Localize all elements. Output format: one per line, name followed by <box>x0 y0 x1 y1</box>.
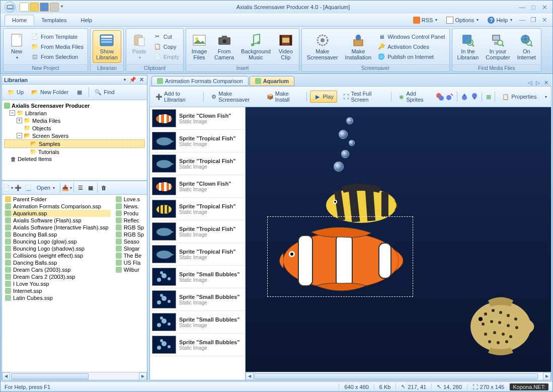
show-librarian-button[interactable]: Show Librarian <box>93 30 121 63</box>
scroll-left-icon[interactable]: ◀ <box>246 372 254 380</box>
sprite-tool1-icon[interactable] <box>436 93 444 101</box>
tab-close-button[interactable]: ✕ <box>542 79 549 86</box>
options-button[interactable]: Options <box>443 16 482 25</box>
tab-aquarium[interactable]: Aquarium <box>250 76 294 86</box>
doc-make-screensaver-button[interactable]: ⚙Make Screensaver <box>207 89 261 105</box>
video-clip-button[interactable]: Video Clip <box>275 30 297 63</box>
from-camera-button[interactable]: From Camera <box>211 30 237 63</box>
sprite-item[interactable]: Sprite "Small Bubbles"Static Image <box>150 288 245 311</box>
sprite-up-icon[interactable] <box>460 93 468 101</box>
scroll-left-icon[interactable]: ◀ <box>2 372 10 380</box>
file-item[interactable]: Collisions (weight effect).ssp <box>4 252 111 259</box>
sprite-item[interactable]: Sprite "Small Bubbles"Static Image <box>150 311 245 334</box>
files-open-button[interactable]: Open <box>34 183 58 192</box>
file-item[interactable]: Axialis Software (Interactive Flash).ssp <box>4 224 111 231</box>
files-delete-button[interactable]: 🗑 <box>100 183 109 192</box>
qat-print-icon[interactable] <box>50 3 59 12</box>
tab-next-button[interactable]: ▷ <box>534 79 541 86</box>
files-doc-button[interactable]: 📃 <box>24 183 33 192</box>
minimize-button[interactable]: — <box>518 4 526 11</box>
from-media-button[interactable]: 📁From Media Files <box>29 42 86 52</box>
empty-button[interactable]: 📄Empty <box>151 52 181 62</box>
files-list[interactable]: Parent FolderAnimation Formats Compariso… <box>2 195 147 372</box>
sprite-item[interactable]: Sprite "Tropical Fish"Static Image <box>150 243 245 266</box>
clown-fish-sprite[interactable] <box>271 218 412 298</box>
tree-librarian[interactable]: −📁Librarian <box>4 109 145 117</box>
sprite-item[interactable]: Sprite "Clown Fish"Static Image <box>150 175 245 198</box>
image-files-button[interactable]: Image Files <box>188 30 210 63</box>
mdi-restore-button[interactable]: ❐ <box>529 17 537 24</box>
collapse-icon[interactable]: − <box>10 110 15 116</box>
file-item[interactable]: I Love You.ssp <box>4 280 111 287</box>
sprite-list[interactable]: Sprite "Clown Fish"Static ImageSprite "T… <box>150 107 246 380</box>
file-item[interactable]: News. <box>115 203 145 210</box>
file-item[interactable]: The Be <box>115 252 145 259</box>
publish-button[interactable]: 🌐Publish on Internet <box>375 52 447 62</box>
find-computer-button[interactable]: In your Computer <box>483 30 513 63</box>
properties-button[interactable]: 📋Properties <box>498 91 540 103</box>
maximize-button[interactable]: □ <box>529 4 537 11</box>
activation-codes-button[interactable]: 🔑Activation Codes <box>375 42 447 52</box>
canvas[interactable] <box>246 107 551 372</box>
file-item[interactable]: Bouncing Logo (shadow).ssp <box>4 245 111 252</box>
close-button[interactable]: ✕ <box>540 4 548 11</box>
sprite-down-icon[interactable] <box>470 93 479 101</box>
sprite-item[interactable]: Sprite "Tropical Fish"Static Image <box>150 130 245 152</box>
file-item[interactable]: Parent Folder <box>4 196 111 203</box>
doc-more-button[interactable] <box>542 93 549 101</box>
file-item[interactable]: Internet.ssp <box>4 287 111 294</box>
new-button[interactable]: New <box>6 30 28 63</box>
doc-make-install-button[interactable]: 📦Make Install <box>263 89 303 105</box>
cut-button[interactable]: ✂Cut <box>151 32 181 42</box>
tab-help[interactable]: Help <box>73 15 99 25</box>
qat-new-icon[interactable] <box>20 3 29 12</box>
paste-button[interactable]: Paste <box>128 30 150 63</box>
librarian-tree[interactable]: Axialis Screensaver Producer −📁Librarian… <box>2 100 147 181</box>
file-item[interactable]: Produ <box>115 210 145 217</box>
file-item[interactable]: Animation Formats Comparison.ssp <box>4 203 111 210</box>
file-item[interactable]: Dream Cars 2 (2003).ssp <box>4 273 111 280</box>
rss-button[interactable]: RSS <box>410 16 441 25</box>
tab-animation-formats[interactable]: Animation Formats Comparison <box>151 76 249 86</box>
tab-templates[interactable]: Templates <box>34 15 73 25</box>
file-item[interactable]: US Fla <box>115 259 145 266</box>
sprite-item[interactable]: Sprite "Tropical Fish"Static Image <box>150 198 245 220</box>
make-installation-button[interactable]: Make Installation <box>342 30 375 63</box>
find-librarian-button[interactable]: In the Librarian <box>454 30 482 63</box>
file-item[interactable]: Axialis Software (Flash).ssp <box>4 217 111 224</box>
scroll-right-icon[interactable]: ▶ <box>139 372 147 380</box>
file-item[interactable]: Dancing Balls.ssp <box>4 259 111 266</box>
sprite-list-icon[interactable]: ▦ <box>485 93 492 101</box>
qat-open-icon[interactable] <box>30 3 39 12</box>
control-panel-button[interactable]: 🖥Windows Control Panel <box>375 32 447 42</box>
files-grid-button[interactable]: ▦ <box>86 183 95 192</box>
background-music-button[interactable]: Background Music <box>238 30 274 63</box>
tree-screensavers[interactable]: −📂Screen Savers <box>4 132 145 139</box>
files-add-button[interactable]: ➕ <box>14 183 23 192</box>
tab-home[interactable]: Home <box>5 15 34 25</box>
make-screensaver-button[interactable]: Make Screensaver <box>304 30 341 63</box>
file-item[interactable]: Dream Cars (2003).ssp <box>4 266 111 273</box>
scroll-right-icon[interactable]: ▶ <box>543 372 551 380</box>
tree-objects[interactable]: 📁Objects <box>4 124 145 132</box>
qat-dropdown-icon[interactable] <box>60 3 63 12</box>
new-folder-button[interactable]: 📂New Folder <box>28 87 71 98</box>
tree-media[interactable]: +📁Media Files <box>4 117 145 124</box>
sprite-item[interactable]: Sprite "Small Bubbles"Static Image <box>150 334 245 356</box>
help-button[interactable]: ? Help <box>485 16 515 25</box>
from-selection-button[interactable]: ◫From Selection <box>29 52 86 62</box>
expand-icon[interactable]: + <box>17 118 22 123</box>
files-new-button[interactable]: 📄 <box>4 183 13 192</box>
from-template-button[interactable]: 📄From Template <box>29 32 86 42</box>
mdi-close-button[interactable]: ✕ <box>540 17 548 24</box>
librarian-close-button[interactable]: ✕ <box>138 76 145 84</box>
files-hscroll[interactable]: ◀ ▶ <box>2 372 147 380</box>
tree-deleted[interactable]: 🗑Deleted Items <box>4 155 145 163</box>
copy-button[interactable]: 📋Copy <box>151 42 181 52</box>
file-item[interactable]: Bouncing Ball.ssp <box>4 231 111 238</box>
file-item[interactable]: Reflec <box>115 217 145 224</box>
tree-tutorials[interactable]: 📁Tutorials <box>4 148 145 155</box>
tree-samples[interactable]: 📂Samples <box>4 139 145 148</box>
find-internet-button[interactable]: On Internet <box>514 30 539 63</box>
files-list-button[interactable]: ☰ <box>76 183 85 192</box>
